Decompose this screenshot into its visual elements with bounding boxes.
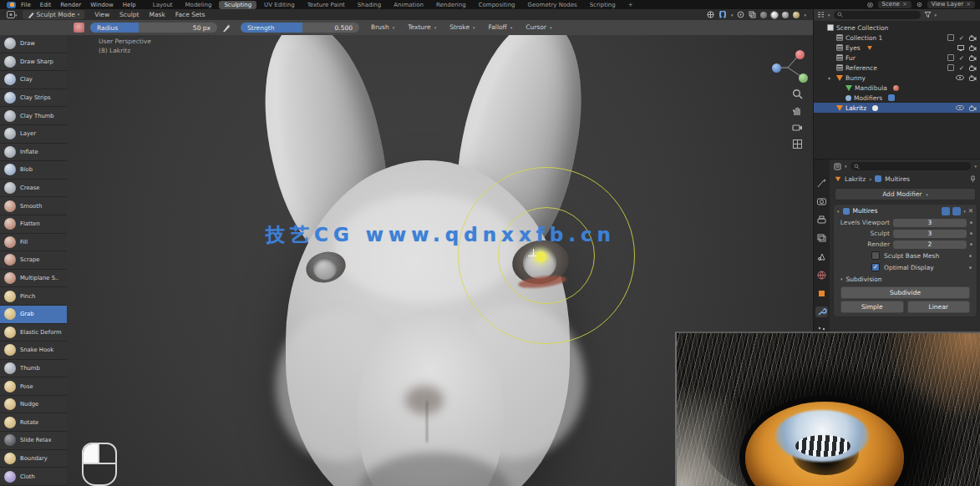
simple-button[interactable]: Simple bbox=[840, 301, 904, 313]
tab-animation[interactable]: Animation bbox=[388, 1, 429, 9]
filter-dropdown-icon[interactable]: ▾ bbox=[935, 13, 937, 18]
checkbox-icon[interactable] bbox=[871, 251, 880, 260]
check-icon[interactable]: ✓ bbox=[959, 64, 964, 72]
decorator-dot-icon[interactable] bbox=[970, 221, 972, 224]
popover-brush[interactable]: Brush▾ bbox=[371, 23, 394, 33]
pressure-pen-icon[interactable] bbox=[222, 23, 231, 33]
decorator-dot-icon[interactable] bbox=[970, 243, 972, 246]
popover-stroke[interactable]: Stroke▾ bbox=[449, 23, 475, 33]
outliner-row-fur[interactable]: Fur✓ bbox=[814, 53, 980, 63]
breadcrumb-object[interactable]: Lakritz bbox=[845, 175, 866, 183]
tab-shading[interactable]: Shading bbox=[353, 1, 386, 9]
tab-texture-paint[interactable]: Texture Paint bbox=[302, 1, 350, 9]
tool-elastic-deform[interactable]: Elastic Deform bbox=[0, 324, 67, 342]
field-value[interactable]: 2 bbox=[893, 240, 967, 249]
menu-file[interactable]: File bbox=[21, 2, 31, 8]
tool-multiplane-s[interactable]: Multiplane S.. bbox=[0, 270, 67, 288]
decorator-dot-icon[interactable] bbox=[969, 255, 972, 257]
outliner-search-input[interactable] bbox=[834, 11, 921, 19]
tool-draw-sharp[interactable]: Draw Sharp bbox=[0, 53, 67, 72]
properties-tab-scene[interactable] bbox=[815, 251, 828, 262]
view-layer-selector[interactable]: View Layer × bbox=[927, 1, 975, 8]
tab-rendering[interactable]: Rendering bbox=[431, 1, 471, 9]
viewport-menu-mask[interactable]: Mask bbox=[150, 11, 165, 18]
camera-icon[interactable] bbox=[969, 65, 977, 71]
outliner-row-scene-collection[interactable]: Scene Collection bbox=[814, 23, 980, 33]
properties-tab-world[interactable] bbox=[815, 270, 828, 281]
menu-edit[interactable]: Edit bbox=[40, 2, 52, 8]
properties-tab-tool[interactable] bbox=[815, 178, 828, 189]
eye-icon[interactable] bbox=[956, 75, 964, 80]
tool-layer[interactable]: Layer bbox=[0, 125, 67, 144]
tab-uv-editing[interactable]: UV Editing bbox=[259, 1, 300, 9]
tool-clay-thumb[interactable]: Clay Thumb bbox=[0, 107, 67, 125]
zoom-icon[interactable] bbox=[792, 89, 803, 99]
proportional-editing-icon[interactable] bbox=[737, 11, 744, 18]
check-sculpt-base-mesh[interactable]: Sculpt Base Mesh bbox=[834, 250, 977, 261]
tab-compositing[interactable]: Compositing bbox=[474, 1, 520, 9]
gizmo-z-axis-icon[interactable] bbox=[772, 63, 781, 73]
move-hand-icon[interactable] bbox=[792, 105, 803, 116]
tool-cloth[interactable]: Cloth bbox=[0, 468, 67, 486]
scene-unlink-icon[interactable]: × bbox=[902, 1, 907, 8]
gizmo-x-axis-icon[interactable] bbox=[795, 50, 805, 59]
properties-tab-modifiers[interactable] bbox=[815, 306, 828, 317]
popover-texture[interactable]: Texture▾ bbox=[408, 23, 436, 33]
screen-icon[interactable] bbox=[957, 45, 964, 51]
subdivide-button[interactable]: Subdivide bbox=[840, 286, 970, 299]
tool-draw[interactable]: Draw bbox=[0, 35, 67, 53]
tool-slide-relax[interactable]: Slide Relax bbox=[0, 432, 67, 450]
shading-wireframe-icon[interactable] bbox=[760, 12, 767, 18]
tool-snake-hook[interactable]: Snake Hook bbox=[0, 342, 67, 360]
properties-search-input[interactable] bbox=[851, 162, 972, 170]
properties-tab-object[interactable] bbox=[815, 288, 828, 299]
linear-button[interactable]: Linear bbox=[907, 301, 971, 313]
tool-boundary[interactable]: Boundary bbox=[0, 450, 67, 468]
filter-funnel-icon[interactable] bbox=[924, 11, 932, 18]
snap-magnet-icon[interactable] bbox=[718, 11, 727, 19]
editor-type-button[interactable]: ▾ bbox=[7, 11, 18, 18]
expand-caret-icon[interactable]: ▾ bbox=[828, 75, 834, 81]
outliner-row-modifiers[interactable]: Modifiers bbox=[814, 93, 980, 103]
tab-sculpting[interactable]: Sculpting bbox=[219, 1, 256, 9]
breadcrumb-item[interactable]: Multires bbox=[885, 175, 910, 183]
tool-pose[interactable]: Pose bbox=[0, 377, 67, 396]
tool-flatten[interactable]: Flatten bbox=[0, 215, 67, 234]
checkbox-icon[interactable]: ✓ bbox=[871, 263, 880, 271]
mode-dropdown[interactable]: Sculpt Mode ▾ bbox=[23, 10, 85, 19]
modifier-extras-icon[interactable]: ▾ bbox=[963, 209, 966, 214]
tool-clay[interactable]: Clay bbox=[0, 71, 67, 89]
modifier-close-icon[interactable]: ✕ bbox=[968, 207, 973, 215]
check-optimal-display[interactable]: ✓Optimal Display bbox=[834, 261, 977, 273]
popover-cursor[interactable]: Cursor▾ bbox=[526, 23, 551, 33]
camera-icon[interactable] bbox=[969, 105, 977, 111]
expand-caret-icon[interactable]: ▾ bbox=[837, 209, 840, 214]
tab-scripting[interactable]: Scripting bbox=[585, 1, 621, 9]
camera-icon[interactable] bbox=[969, 45, 977, 51]
properties-editor-icon[interactable] bbox=[834, 163, 841, 170]
camera-icon[interactable] bbox=[969, 55, 977, 61]
navigation-gizmo[interactable] bbox=[765, 45, 810, 90]
properties-editor-dropdown-icon[interactable]: ▾ bbox=[845, 164, 847, 169]
tool-rotate[interactable]: Rotate bbox=[0, 413, 67, 432]
tool-fill[interactable]: Fill bbox=[0, 234, 67, 252]
brush-preview-icon[interactable] bbox=[74, 23, 84, 33]
transform-orientation-icon[interactable] bbox=[707, 11, 714, 18]
tab-[interactable]: + bbox=[623, 1, 638, 9]
viewport-menu-sculpt[interactable]: Sculpt bbox=[119, 11, 139, 18]
tool-inflate[interactable]: Inflate bbox=[0, 144, 67, 162]
menu-window[interactable]: Window bbox=[90, 2, 114, 8]
blender-logo-icon[interactable] bbox=[7, 2, 16, 8]
check-icon[interactable]: ✓ bbox=[959, 54, 964, 62]
checkbox-icon[interactable] bbox=[947, 54, 954, 61]
check-icon[interactable]: ✓ bbox=[959, 34, 964, 42]
tool-scrape[interactable]: Scrape bbox=[0, 251, 67, 270]
outliner-editor-dropdown-icon[interactable]: ▾ bbox=[828, 13, 830, 18]
pin-icon[interactable] bbox=[970, 175, 976, 183]
properties-tab-render[interactable] bbox=[815, 196, 828, 207]
outliner-row-mandibula[interactable]: Mandibula bbox=[814, 83, 980, 93]
viewport-menu-view[interactable]: View bbox=[94, 11, 109, 18]
shading-dropdown-icon[interactable]: ▾ bbox=[804, 13, 806, 18]
properties-tab-view-layer[interactable] bbox=[815, 233, 828, 244]
camera-icon[interactable] bbox=[969, 75, 977, 81]
